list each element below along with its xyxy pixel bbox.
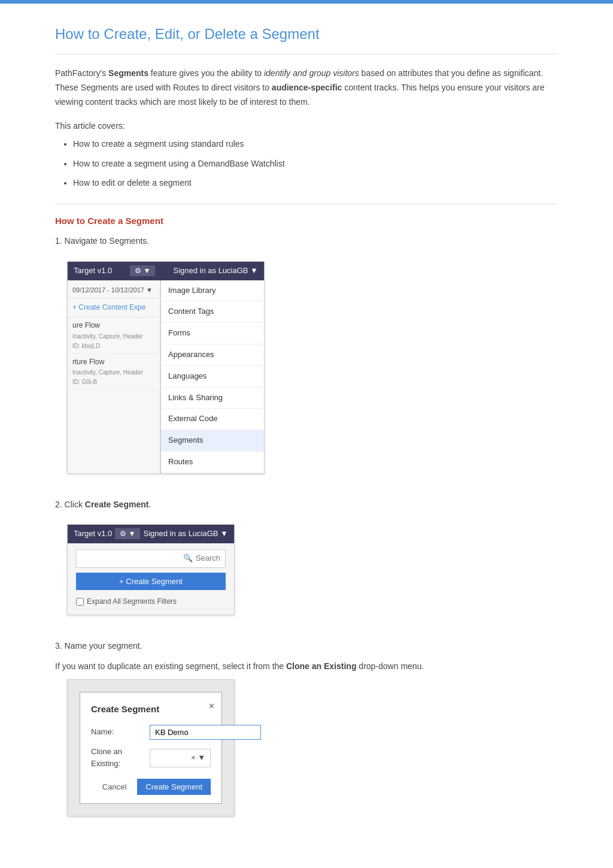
- ss3-dialog-title: Create Segment: [91, 702, 211, 716]
- ss1-menu-links-sharing[interactable]: Links & Sharing: [161, 388, 264, 409]
- ss1-body: 09/12/2017 - 10/12/2017 ▼ + Create Conte…: [68, 280, 264, 473]
- screenshot-3: × Create Segment Name: Clone an Existing…: [67, 679, 235, 817]
- ss1-menu-image-library[interactable]: Image Library: [161, 280, 264, 302]
- ss1-topbar: Target v1.0 ⚙ ▼ Signed in as LuciaGB ▼: [68, 262, 264, 280]
- ss3-name-label: Name:: [91, 726, 145, 739]
- ss1-menu-appearances[interactable]: Appearances: [161, 344, 264, 366]
- list-item: How to edit or delete a segment: [73, 176, 558, 189]
- ss1-dropdown-menu: Image Library Content Tags Forms Appeara…: [160, 280, 264, 473]
- ss3-dialog: × Create Segment Name: Clone an Existing…: [80, 692, 222, 805]
- gear-icon: ⚙: [135, 267, 141, 275]
- step-2-bold: Create Segment: [85, 500, 149, 509]
- ss3-actions: Cancel Create Segment: [91, 779, 211, 795]
- step-2-text: 2. Click Create Segment.: [55, 498, 558, 511]
- ss1-item-id-1: ID: kbxjLD: [72, 341, 155, 351]
- step-2: 2. Click Create Segment. Target v1.0 ⚙ ▼…: [55, 498, 558, 627]
- list-item: How to create a segment using standard r…: [73, 137, 558, 150]
- ss2-expand-label: Expand All Segments Filters: [87, 596, 177, 607]
- covers-label: This article covers:: [55, 119, 558, 132]
- ss1-item-title-1: ure Flow: [72, 320, 155, 331]
- ss1-menu-routes[interactable]: Routes: [161, 452, 264, 473]
- ss3-close-button[interactable]: ×: [209, 698, 214, 714]
- ss3-name-input[interactable]: [150, 725, 261, 740]
- ss1-menu-forms[interactable]: Forms: [161, 323, 264, 344]
- step-3-number: 3.: [55, 641, 62, 651]
- ss2-expand-row: Expand All Segments Filters: [76, 595, 226, 609]
- ss2-gear-arrow: ▼: [128, 530, 135, 538]
- ss2-topbar: Target v1.0 ⚙ ▼ Signed in as LuciaGB ▼: [68, 525, 234, 543]
- step-number: 1.: [55, 236, 62, 246]
- ss2-gear-button[interactable]: ⚙ ▼: [115, 528, 140, 539]
- covers-list: How to create a segment using standard r…: [55, 137, 558, 189]
- ss2-search-bar: 🔍 Search: [76, 549, 226, 568]
- ss1-item-sub-1: Inactivity, Capture, Header: [72, 332, 155, 341]
- step-3-subtext: If you want to duplicate an existing seg…: [55, 660, 558, 673]
- ss1-sidebar: 09/12/2017 - 10/12/2017 ▼ + Create Conte…: [68, 280, 160, 473]
- screenshot-1: Target v1.0 ⚙ ▼ Signed in as LuciaGB ▼ 0…: [67, 261, 265, 474]
- ss2-expand-checkbox[interactable]: [76, 598, 84, 606]
- ss1-item-sub-2: Inactivity, Capture, Header: [72, 368, 155, 377]
- step-2-pre: Click: [65, 500, 85, 509]
- ss3-create-button[interactable]: Create Segment: [137, 779, 211, 795]
- step-3-desc: Name your segment.: [65, 641, 142, 651]
- step-3-sub-end: drop-down menu.: [359, 661, 424, 671]
- ss2-body: 🔍 Search + Create Segment Expand All Seg…: [68, 543, 234, 615]
- step-1: 1. Navigate to Segments. Target v1.0 ⚙ ▼…: [55, 234, 558, 485]
- ss2-app-name: Target v1.0: [74, 528, 112, 540]
- divider: [55, 204, 558, 204]
- ss2-create-segment-button[interactable]: + Create Segment: [76, 573, 226, 590]
- ss3-clone-field: Clone an Existing: × ▼: [91, 746, 211, 771]
- italic-identify: identify and group visitors: [264, 68, 359, 78]
- ss1-date-range: 09/12/2017 - 10/12/2017 ▼: [68, 283, 160, 299]
- step-1-text: 1. Navigate to Segments.: [55, 234, 558, 247]
- ss3-clone-dropdown[interactable]: × ▼: [150, 749, 211, 767]
- ss2-gear-icon: ⚙: [120, 530, 126, 538]
- step-3-sub-start: If you want to duplicate an existing seg…: [55, 661, 286, 671]
- ss2-signed-in: Signed in as LuciaGB ▼: [143, 528, 228, 540]
- ss1-item-id-2: ID: G0i-B: [72, 377, 155, 387]
- list-item: How to create a segment using a DemandBa…: [73, 157, 558, 170]
- step-3-text: 3. Name your segment.: [55, 639, 558, 652]
- bold-segments: Segments: [108, 68, 148, 78]
- step-3: 3. Name your segment. If you want to dup…: [55, 639, 558, 828]
- ss1-left-item-2: rture Flow Inactivity, Capture, Header I…: [68, 354, 160, 390]
- step-description: Navigate to Segments.: [65, 236, 150, 246]
- page-title: How to Create, Edit, or Delete a Segment: [55, 12, 558, 55]
- ss1-item-title-2: rture Flow: [72, 356, 155, 368]
- ss3-name-field: Name:: [91, 725, 211, 740]
- ss3-cancel-button[interactable]: Cancel: [96, 779, 132, 795]
- ss1-app-name: Target v1.0: [74, 265, 112, 277]
- ss1-left-item-1: ure Flow Inactivity, Capture, Header ID:…: [68, 317, 160, 353]
- search-icon: 🔍: [183, 552, 193, 565]
- intro-paragraph: PathFactory's Segments feature gives you…: [55, 66, 558, 109]
- step-2-number: 2.: [55, 500, 62, 509]
- screenshot-2: Target v1.0 ⚙ ▼ Signed in as LuciaGB ▼ 🔍…: [67, 524, 235, 615]
- ss3-clone-clear-icon: × ▼: [191, 752, 205, 764]
- ss1-gear-button[interactable]: ⚙ ▼: [130, 265, 155, 276]
- section-heading: How to Create a Segment: [55, 214, 558, 228]
- ss2-search-label: Search: [196, 552, 220, 565]
- ss1-menu-segments[interactable]: Segments: [161, 430, 264, 452]
- step-3-sub-bold: Clone an Existing: [286, 661, 356, 671]
- ss1-menu-languages[interactable]: Languages: [161, 366, 264, 388]
- ss1-menu-external-code[interactable]: External Code: [161, 409, 264, 430]
- ss1-create-content-btn[interactable]: + Create Content Expe: [68, 298, 160, 317]
- step-2-period: .: [148, 500, 151, 509]
- ss1-menu-content-tags[interactable]: Content Tags: [161, 301, 264, 323]
- ss1-signed-in: Signed in as LuciaGB ▼: [173, 265, 258, 277]
- gear-arrow: ▼: [143, 267, 150, 275]
- bold-audience: audience-specific: [272, 83, 342, 92]
- ss3-clone-label: Clone an Existing:: [91, 746, 145, 771]
